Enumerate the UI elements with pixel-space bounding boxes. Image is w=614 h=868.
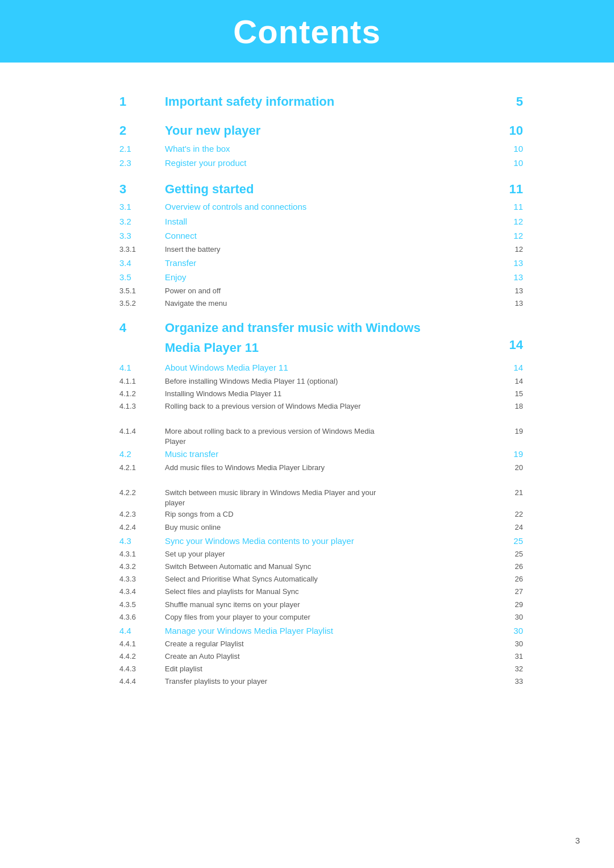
section-number-4: 4 [119,318,165,338]
toc-section-2-1: 2.1 What's in the box 10 [119,142,523,156]
toc-section-2: 2 Your new player 10 [119,120,523,141]
section-number-4-2: 4.2 [119,447,165,462]
section-number-4-1-1: 4.1.1 [119,375,165,388]
toc-section-3-3: 3.3 Connect 12 [119,229,523,243]
toc-section-4-3-5: 4.3.5 Shuffle manual sync items on your … [119,599,523,611]
section-title-3-5-2: Navigate the menu [165,297,500,310]
toc-content: 1 Important safety information 5 2 Your … [0,63,614,734]
section-title-4-1-2: Installing Windows Media Player 11 [165,388,500,400]
section-number-4-3-5: 4.3.5 [119,599,165,611]
section-number-2-1: 2.1 [119,142,165,156]
section-page-3-3-1: 12 [500,243,523,256]
section-page-3-2: 12 [500,214,523,229]
section-title-3-4: Transfer [165,256,500,271]
section-title-4-2-3: Rip songs from a CD [165,508,500,521]
section-number-4-3-2: 4.3.2 [119,560,165,573]
section-number-4-1: 4.1 [119,360,165,375]
section-title-4-3-3: Select and Prioritise What Syncs Automat… [165,573,500,585]
section-title-4-4-1: Create a regular Playlist [165,638,500,650]
toc-section-4-4-2: 4.4.2 Create an Auto Playlist 31 [119,650,523,663]
section-page-4-1-3: 18 [500,400,523,413]
section-number-4-4-1: 4.4.1 [119,638,165,650]
section-page-4-2-3: 22 [500,508,523,521]
toc-section-4-1-3: 4.1.3 Rolling back to a previous version… [119,400,523,413]
section-title-4-3-4: Select files and playlists for Manual Sy… [165,585,500,598]
section-page-4-2-1: 20 [500,462,523,474]
section-number-3-5: 3.5 [119,270,165,285]
toc-section-4-1-1: 4.1.1 Before installing Windows Media Pl… [119,375,523,388]
section-title-2-3: Register your product [165,156,500,171]
section-number-2: 2 [119,120,165,141]
toc-section-4-1-2: 4.1.2 Installing Windows Media Player 11… [119,388,523,400]
section-number-4-3-1: 4.3.1 [119,548,165,560]
section-title-3-3: Connect [165,229,500,243]
section-number-3-3-1: 3.3.1 [119,243,165,256]
section-page-4-4-1: 30 [500,638,523,650]
section-page-3-3: 12 [500,229,523,243]
toc-section-4: 4 Organize and transfer music with Windo… [119,318,523,358]
toc-section-4-3: 4.3 Sync your Windows Media contents to … [119,534,523,549]
toc-section-4-2: 4.2 Music transfer 19 [119,447,523,462]
toc-section-3-1: 3.1 Overview of controls and connections… [119,200,523,214]
toc-section-4-2-3: 4.2.3 Rip songs from a CD 22 [119,508,523,521]
top-banner: Contents [0,0,614,63]
footer-page-number: 3 [575,836,580,845]
toc-section-3-2: 3.2 Install 12 [119,214,523,229]
section-page-3-1: 11 [500,200,523,214]
section-page-1: 5 [500,91,523,112]
section-page-4-1-1: 14 [500,375,523,388]
section-page-4-1: 14 [500,360,523,375]
section-number-4-2-1: 4.2.1 [119,462,165,474]
section-number-3-5-1: 3.5.1 [119,285,165,297]
section-number-3-4: 3.4 [119,256,165,271]
toc-section-4-4-3: 4.4.3 Edit playlist 32 [119,663,523,675]
toc-section-4-2-4: 4.2.4 Buy music online 24 [119,521,523,534]
section-number-4-1-2: 4.1.2 [119,388,165,400]
section-number-1: 1 [119,91,165,112]
section-title-4-4-4: Transfer playlists to your player [165,675,500,688]
section-number-4-3-6: 4.3.6 [119,611,165,624]
section-title-4-1-3: Rolling back to a previous version of Wi… [165,400,500,413]
section-number-4-4-3: 4.4.3 [119,663,165,675]
section-page-4-1-4: 19 [500,413,523,438]
toc-section-4-2-1: 4.2.1 Add music files to Windows Media P… [119,462,523,474]
section-title-3-5-1: Power on and off [165,285,500,297]
page: Contents 1 Important safety information … [0,0,614,868]
section-page-3-5-2: 13 [500,297,523,310]
section-number-4-3: 4.3 [119,534,165,549]
section-number-4-1-4: 4.1.4 [119,425,165,438]
section-page-2-1: 10 [500,142,523,156]
section-number-3-3: 3.3 [119,229,165,243]
section-page-2-3: 10 [500,156,523,171]
section-title-1: Important safety information [165,91,500,112]
section-number-2-3: 2.3 [119,156,165,171]
section-title-2-1: What's in the box [165,142,500,156]
section-number-3-5-2: 3.5.2 [119,297,165,310]
section-page-4-3-3: 26 [500,573,523,585]
section-title-4-4: Manage your Windows Media Player Playlis… [165,624,500,638]
section-title-4-3-2: Switch Between Automatic and Manual Sync [165,560,500,573]
page-title: Contents [233,13,380,51]
toc-section-3-4: 3.4 Transfer 13 [119,256,523,271]
section-page-4-4-4: 33 [500,675,523,688]
section-page-3: 11 [500,178,523,200]
section-title-4-4-3: Edit playlist [165,663,500,675]
section-page-4-4: 30 [500,624,523,638]
section-title-3-5: Enjoy [165,270,500,285]
section-page-4: 14 [500,318,523,355]
section-page-4-2-2: 21 [500,474,523,499]
section-number-4-2-3: 4.2.3 [119,508,165,521]
section-page-4-3-4: 27 [500,585,523,598]
section-title-4-3-5: Shuffle manual sync items on your player [165,599,500,611]
toc-section-4-4: 4.4 Manage your Windows Media Player Pla… [119,624,523,638]
section-number-4-3-3: 4.3.3 [119,573,165,585]
section-title-4-2-2: Switch between music library in Windows … [165,488,500,508]
section-number-4-1-3: 4.1.3 [119,400,165,413]
section-title-3-1: Overview of controls and connections [165,200,500,214]
toc-section-4-3-6: 4.3.6 Copy files from your player to you… [119,611,523,624]
section-number-4-4: 4.4 [119,624,165,638]
section-number-4-4-2: 4.4.2 [119,650,165,663]
section-page-4-3-1: 25 [500,548,523,560]
toc-section-4-4-1: 4.4.1 Create a regular Playlist 30 [119,638,523,650]
section-page-4-3-2: 26 [500,560,523,573]
